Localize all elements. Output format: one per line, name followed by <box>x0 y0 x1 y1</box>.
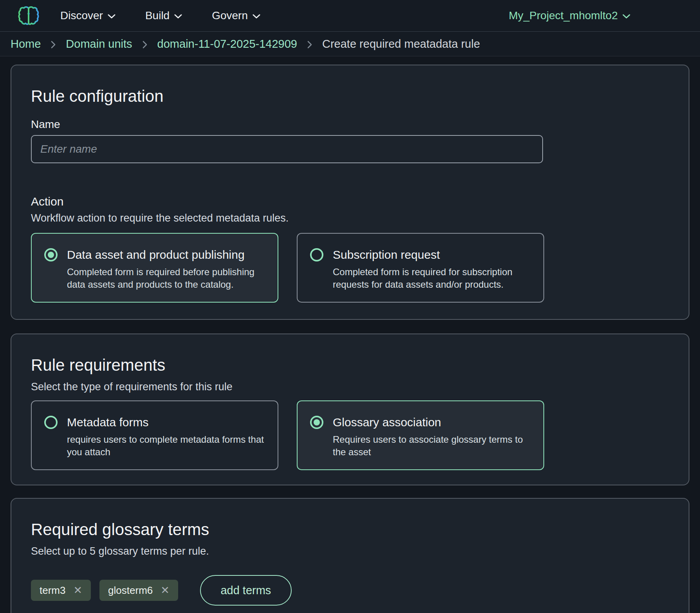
term-tag-label: term3 <box>40 584 65 597</box>
requirement-options: Metadata forms requires users to complet… <box>31 400 669 470</box>
nav-menu-build[interactable]: Build <box>145 9 182 22</box>
breadcrumb-domain-units[interactable]: Domain units <box>66 38 132 50</box>
option-glossary-association[interactable]: Glossary association Requires users to a… <box>297 400 544 470</box>
chevron-right-icon <box>51 41 56 49</box>
project-switcher[interactable]: My_Project_mhomlto2 <box>509 9 630 22</box>
rule-requirements-subtitle: Select the type of requirements for this… <box>31 380 669 393</box>
radio-button[interactable] <box>310 416 323 429</box>
breadcrumb-current-page: Create required meatadata rule <box>322 38 480 50</box>
close-icon[interactable]: ✕ <box>161 585 170 596</box>
term-tag-label: glosterm6 <box>108 584 153 597</box>
action-label: Action <box>31 195 669 209</box>
option-metadata-forms[interactable]: Metadata forms requires users to complet… <box>31 400 278 470</box>
required-glossary-terms-title: Required glossary terms <box>31 520 669 539</box>
option-description: requires users to complete metadata form… <box>67 433 270 458</box>
required-glossary-terms-card: Required glossary terms Select up to 5 g… <box>11 498 689 613</box>
option-title: Metadata forms <box>67 415 270 430</box>
rule-configuration-title: Rule configuration <box>31 87 669 106</box>
option-title: Glossary association <box>333 415 536 430</box>
close-icon[interactable]: ✕ <box>73 585 82 596</box>
option-description: Completed form is required before publis… <box>67 266 270 291</box>
rule-requirements-card: Rule requirements Select the type of req… <box>11 334 689 485</box>
chevron-down-icon <box>108 14 115 19</box>
nav-menu-discover[interactable]: Discover <box>60 9 115 22</box>
glossary-terms-row: term3 ✕ glosterm6 ✕ add terms <box>31 575 669 606</box>
action-description: Workflow action to require the selected … <box>31 212 669 224</box>
option-data-asset-publishing[interactable]: Data asset and product publishing Comple… <box>31 233 278 303</box>
term-tag: term3 ✕ <box>31 580 91 601</box>
nav-menu-discover-label: Discover <box>60 9 103 22</box>
project-name: My_Project_mhomlto2 <box>509 9 618 22</box>
option-description: Requires users to associate glossary ter… <box>333 433 536 458</box>
breadcrumb-domain[interactable]: domain-11-07-2025-142909 <box>157 38 297 50</box>
name-label: Name <box>31 118 669 131</box>
rule-configuration-card: Rule configuration Name Action Workflow … <box>11 65 689 320</box>
chevron-down-icon <box>253 14 260 19</box>
datazone-logo-icon[interactable] <box>18 5 39 27</box>
radio-button[interactable] <box>310 248 323 261</box>
chevron-down-icon <box>174 14 182 19</box>
top-navigation: Discover Build Govern My_Project_mhomlto… <box>0 0 700 31</box>
chevron-right-icon <box>307 41 312 49</box>
add-terms-button[interactable]: add terms <box>200 575 292 606</box>
nav-menu-build-label: Build <box>145 9 170 22</box>
breadcrumb-home[interactable]: Home <box>11 38 41 50</box>
breadcrumb: Home Domain units domain-11-07-2025-1429… <box>0 31 700 56</box>
main-content: Rule configuration Name Action Workflow … <box>0 65 700 613</box>
radio-button[interactable] <box>44 248 58 261</box>
chevron-right-icon <box>143 41 147 49</box>
name-input[interactable] <box>31 135 543 163</box>
required-glossary-terms-subtitle: Select up to 5 glossary terms per rule. <box>31 545 669 558</box>
option-title: Subscription request <box>333 247 536 263</box>
chevron-down-icon <box>622 14 630 19</box>
rule-requirements-title: Rule requirements <box>31 355 669 375</box>
nav-menu-govern-label: Govern <box>212 9 248 22</box>
nav-menu-govern[interactable]: Govern <box>212 9 260 22</box>
term-tag: glosterm6 ✕ <box>99 580 178 601</box>
option-title: Data asset and product publishing <box>67 247 270 263</box>
option-subscription-request[interactable]: Subscription request Completed form is r… <box>297 233 544 303</box>
radio-button[interactable] <box>44 416 58 429</box>
action-options: Data asset and product publishing Comple… <box>31 233 669 303</box>
option-description: Completed form is required for subscript… <box>333 266 536 291</box>
